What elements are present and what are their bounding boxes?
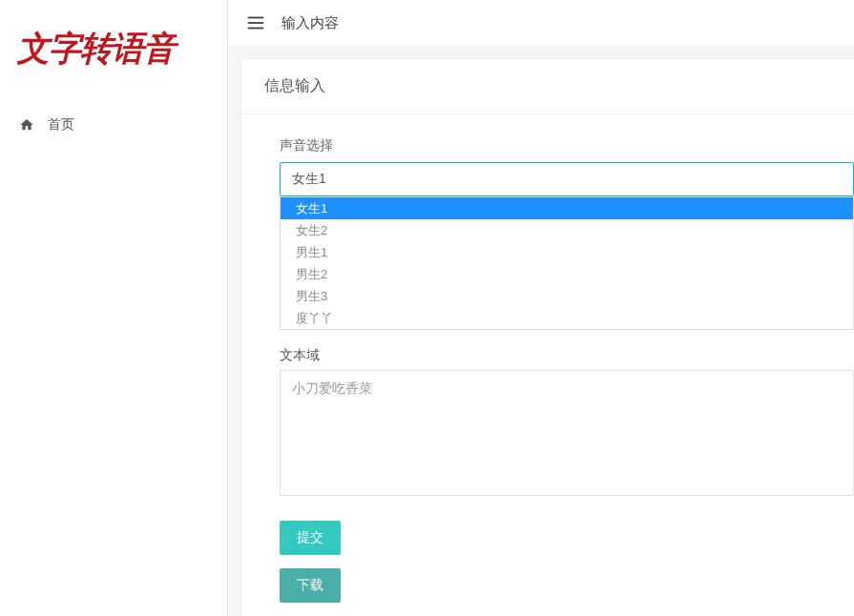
- download-button[interactable]: 下载: [280, 568, 341, 603]
- submit-button[interactable]: 提交: [280, 521, 341, 555]
- topbar: 输入内容: [228, 0, 854, 46]
- voice-select-value: 女生1: [292, 171, 326, 188]
- main: 输入内容 信息输入 声音选择 女生1 女生1 女生2: [228, 0, 854, 616]
- voice-option-5[interactable]: 度丫丫: [281, 307, 853, 329]
- textarea-input[interactable]: [280, 370, 854, 496]
- content: 信息输入 声音选择 女生1 女生1 女生2 男生1 男生2: [228, 46, 854, 616]
- textarea-group: 文本域: [280, 347, 854, 500]
- sidebar-item-home[interactable]: 首页: [0, 107, 227, 143]
- voice-dropdown: 女生1 女生2 男生1 男生2 男生3 度丫丫: [280, 196, 854, 330]
- card-body: 声音选择 女生1 女生1 女生2 男生1 男生2 男生3 度: [241, 114, 854, 603]
- button-row: 提交 下载: [280, 521, 854, 603]
- voice-select[interactable]: 女生1: [280, 162, 854, 196]
- card: 信息输入 声音选择 女生1 女生1 女生2 男生1 男生2: [241, 59, 854, 616]
- voice-select-group: 声音选择 女生1 女生1 女生2 男生1 男生2 男生3 度: [280, 137, 854, 196]
- nav: 首页: [0, 90, 227, 143]
- textarea-label: 文本域: [280, 347, 854, 364]
- voice-option-1[interactable]: 女生2: [281, 219, 853, 241]
- menu-icon[interactable]: [245, 12, 266, 33]
- sidebar: 文字转语音 首页: [0, 0, 228, 616]
- voice-select-label: 声音选择: [280, 137, 854, 154]
- voice-option-0[interactable]: 女生1: [281, 197, 853, 219]
- card-header: 信息输入: [241, 59, 854, 114]
- voice-option-3[interactable]: 男生2: [281, 263, 853, 285]
- home-icon: [19, 117, 34, 133]
- voice-option-4[interactable]: 男生3: [281, 285, 853, 307]
- voice-select-wrap: 女生1 女生1 女生2 男生1 男生2 男生3 度丫丫: [280, 162, 854, 196]
- logo-text: 文字转语音: [17, 26, 175, 72]
- logo: 文字转语音: [0, 0, 227, 90]
- sidebar-item-label: 首页: [48, 116, 74, 133]
- voice-option-2[interactable]: 男生1: [281, 241, 853, 263]
- page-title: 输入内容: [281, 14, 339, 32]
